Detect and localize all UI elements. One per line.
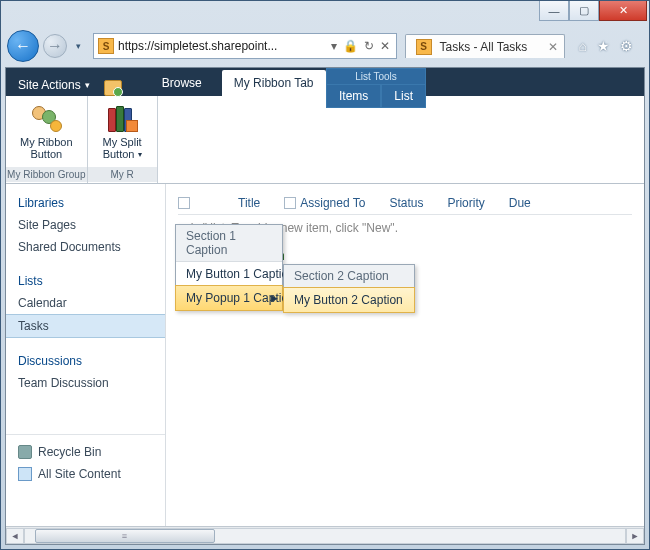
navigate-up-icon[interactable] [104,80,122,96]
split-button-menu: Section 1 Caption My Button 1 Caption My… [175,224,283,311]
sidebar-heading-libraries[interactable]: Libraries [6,192,165,214]
favorites-icon[interactable]: ★ [597,38,610,54]
favicon-icon: S [416,39,432,55]
window-titlebar: — ▢ ✕ [1,1,649,29]
my-ribbon-button[interactable]: My RibbonButton [16,100,77,162]
url-text: https://simpletest.sharepoint... [118,39,325,53]
quick-launch-sidebar: Libraries Site Pages Shared Documents Li… [6,184,166,526]
people-icon [30,104,62,132]
window-close-button[interactable]: ✕ [599,1,647,21]
my-split-button[interactable]: My SplitButton ▾ [99,100,146,162]
menu-item-button-1[interactable]: My Button 1 Caption [176,262,282,286]
sidebar-item-site-pages[interactable]: Site Pages [6,214,165,236]
popup-1-submenu: Section 2 Caption My Button 2 Caption [283,264,415,313]
sidebar-heading-discussions[interactable]: Discussions [6,350,165,372]
sidebar-item-recycle-bin[interactable]: Recycle Bin [6,441,165,463]
sidebar-item-team-discussion[interactable]: Team Discussion [6,372,165,394]
url-dropdown-icon[interactable]: ▾ [331,39,337,53]
menu-section-1-caption: Section 1 Caption [176,225,282,262]
horizontal-scrollbar: ◄ ≡ ► [6,526,644,544]
menu-section-2-caption: Section 2 Caption [284,265,414,288]
menu-item-button-2[interactable]: My Button 2 Caption [283,287,415,313]
books-icon [106,104,138,132]
ribbon-group-1: My RibbonButton My Ribbon Group [6,96,88,183]
column-checkbox-icon [284,197,296,209]
scroll-thumb[interactable]: ≡ [35,529,215,543]
my-ribbon-button-label: My RibbonButton [20,136,73,160]
home-icon[interactable]: ⌂ [579,38,587,54]
window-maximize-button[interactable]: ▢ [569,1,599,21]
ribbon-tab-custom[interactable]: My Ribbon Tab [222,70,326,96]
sidebar-item-all-site-content[interactable]: All Site Content [6,463,165,485]
column-status[interactable]: Status [389,196,423,210]
ribbon-tab-list[interactable]: List [381,84,426,108]
column-assigned-to[interactable]: Assigned To [300,196,365,210]
column-priority[interactable]: Priority [447,196,484,210]
column-due[interactable]: Due [509,196,531,210]
tab-close-icon[interactable]: ✕ [548,40,558,54]
sidebar-item-calendar[interactable]: Calendar [6,292,165,314]
ribbon-group-2-label: My R [88,167,157,182]
window-minimize-button[interactable]: — [539,1,569,21]
all-content-icon [18,467,32,481]
ribbon-tab-items[interactable]: Items [326,84,381,108]
lock-icon[interactable]: 🔒 [343,39,358,53]
stop-icon[interactable]: ✕ [380,39,390,53]
settings-gear-icon[interactable]: ⚙ [620,38,633,54]
ribbon-group-1-label: My Ribbon Group [6,167,87,182]
column-title[interactable]: Title [238,196,260,210]
refresh-icon[interactable]: ↻ [364,39,374,53]
sidebar-item-tasks[interactable]: Tasks [6,314,165,338]
select-all-checkbox[interactable] [178,197,190,209]
sidebar-item-shared-documents[interactable]: Shared Documents [6,236,165,258]
menu-item-popup-1[interactable]: My Popup 1 Caption▶ [175,285,283,311]
scroll-track[interactable]: ≡ [24,528,626,544]
nav-history-dropdown[interactable]: ▾ [71,34,85,58]
nav-forward-button[interactable]: → [43,34,67,58]
nav-back-button[interactable]: ← [7,30,39,62]
recycle-bin-icon [18,445,32,459]
favicon-icon: S [98,38,114,54]
browser-tab[interactable]: S Tasks - All Tasks ✕ [405,34,565,58]
address-bar[interactable]: S https://simpletest.sharepoint... ▾ 🔒 ↻… [93,33,397,59]
my-split-button-label: My SplitButton ▾ [103,136,142,160]
ribbon-tab-browse[interactable]: Browse [150,70,214,96]
browser-tab-title: Tasks - All Tasks [440,40,528,54]
list-tools-contextual-group: List Tools Items List [326,68,426,108]
list-tools-label: List Tools [326,68,426,84]
submenu-arrow-icon: ▶ [271,293,278,303]
scroll-left-button[interactable]: ◄ [6,528,24,544]
list-column-header-row: Title Assigned To Status Priority Due [178,192,632,215]
ribbon-group-2: My SplitButton ▾ My R [88,96,158,183]
scroll-right-button[interactable]: ► [626,528,644,544]
site-actions-menu[interactable]: Site Actions [12,74,96,96]
sidebar-heading-lists[interactable]: Lists [6,270,165,292]
